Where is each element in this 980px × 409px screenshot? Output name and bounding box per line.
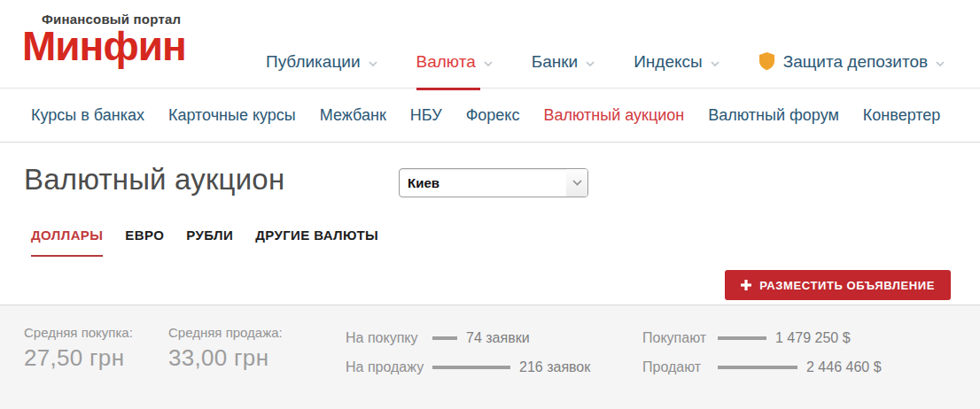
requests-block: На покупку 74 заявки На продажу 216 заяв… xyxy=(346,330,590,375)
page: Финансовый портал Минфин Публикации Валю… xyxy=(0,0,980,409)
sub-nav-item-bank-rates[interactable]: Курсы в банках xyxy=(31,106,144,125)
shield-icon xyxy=(758,51,775,71)
chevron-down-icon xyxy=(586,61,595,66)
buy-volume-bar xyxy=(718,336,766,340)
avg-sell-value: 33,00 грн xyxy=(168,344,283,372)
main-nav-item-currency[interactable]: Валюта xyxy=(416,35,493,89)
page-title: Валютный аукцион xyxy=(24,163,284,197)
sell-requests-bar xyxy=(432,366,510,369)
plus-icon xyxy=(741,280,751,290)
sell-requests-label: На продажу xyxy=(346,359,432,375)
sub-nav-item-currency-auction[interactable]: Валютный аукцион xyxy=(543,106,684,125)
sub-nav: Курсы в банках Карточные курсы Межбанк Н… xyxy=(0,89,980,143)
sell-requests-value: 216 заявок xyxy=(519,359,590,375)
logo[interactable]: Финансовый портал Минфин xyxy=(22,12,186,66)
avg-sell-block: Средняя продажа: 33,00 грн xyxy=(168,325,283,372)
sub-nav-item-card-rates[interactable]: Карточные курсы xyxy=(168,106,296,125)
main-nav-label: Защита депозитов xyxy=(783,52,928,72)
sub-nav-item-currency-forum[interactable]: Валютный форум xyxy=(708,106,839,125)
tab-dollars[interactable]: ДОЛЛАРЫ xyxy=(31,228,103,257)
currency-tabs: ДОЛЛАРЫ ЕВРО РУБЛИ ДРУГИЕ ВАЛЮТЫ xyxy=(31,228,378,257)
avg-buy-block: Средняя покупка: 27,50 грн xyxy=(24,325,133,372)
avg-buy-label: Средняя покупка: xyxy=(24,325,133,340)
buy-requests-bar xyxy=(432,336,457,340)
avg-sell-label: Средняя продажа: xyxy=(168,325,283,340)
sell-volume-label: Продают xyxy=(642,359,718,375)
logo-name: Минфин xyxy=(22,27,186,66)
sell-volume-row: Продают 2 446 460 $ xyxy=(642,359,882,375)
volumes-block: Покупают 1 479 250 $ Продают 2 446 460 $ xyxy=(642,330,882,375)
sub-nav-item-nbu[interactable]: НБУ xyxy=(410,106,442,125)
main-nav-label: Публикации xyxy=(266,52,361,72)
buy-requests-value: 74 заявки xyxy=(466,330,530,346)
main-nav: Публикации Валюта Банки Индексы Защита xyxy=(266,35,945,89)
avg-buy-value: 27,50 грн xyxy=(24,344,133,372)
sell-volume-bar xyxy=(718,366,797,369)
sub-nav-item-interbank[interactable]: Межбанк xyxy=(320,106,386,125)
chevron-down-icon xyxy=(566,169,587,197)
main-nav-label: Индексы xyxy=(634,52,702,72)
city-select-value: Киев xyxy=(400,175,566,190)
chevron-down-icon xyxy=(936,61,945,66)
main-nav-item-banks[interactable]: Банки xyxy=(532,35,595,89)
chevron-down-icon xyxy=(711,61,719,66)
sub-nav-item-converter[interactable]: Конвертер xyxy=(863,106,941,125)
tab-other-currencies[interactable]: ДРУГИЕ ВАЛЮТЫ xyxy=(255,228,378,257)
sell-volume-value: 2 446 460 $ xyxy=(806,359,882,375)
buy-requests-row: На покупку 74 заявки xyxy=(346,330,590,346)
main-nav-item-deposit-protection[interactable]: Защита депозитов xyxy=(758,35,945,89)
sub-nav-item-forex[interactable]: Форекс xyxy=(466,106,520,125)
header: Финансовый портал Минфин Публикации Валю… xyxy=(0,0,980,89)
main-nav-label: Валюта xyxy=(416,52,476,72)
sell-requests-row: На продажу 216 заявок xyxy=(346,359,590,375)
buy-volume-value: 1 479 250 $ xyxy=(775,330,851,346)
chevron-down-icon xyxy=(369,61,377,66)
tab-euro[interactable]: ЕВРО xyxy=(125,228,164,257)
main-nav-item-indexes[interactable]: Индексы xyxy=(634,35,719,89)
post-ad-button[interactable]: РАЗМЕСТИТЬ ОБЪЯВЛЕНИЕ xyxy=(725,270,951,300)
buy-volume-label: Покупают xyxy=(642,330,718,346)
post-ad-label: РАЗМЕСТИТЬ ОБЪЯВЛЕНИЕ xyxy=(759,279,935,292)
tab-rubles[interactable]: РУБЛИ xyxy=(186,228,233,257)
main-nav-item-publications[interactable]: Публикации xyxy=(266,35,377,89)
city-select[interactable]: Киев xyxy=(399,168,588,197)
chevron-down-icon xyxy=(484,61,493,66)
buy-volume-row: Покупают 1 479 250 $ xyxy=(642,330,882,346)
main-nav-label: Банки xyxy=(532,52,578,72)
buy-requests-label: На покупку xyxy=(346,330,432,346)
stats-strip: Средняя покупка: 27,50 грн Средняя прода… xyxy=(0,305,980,409)
